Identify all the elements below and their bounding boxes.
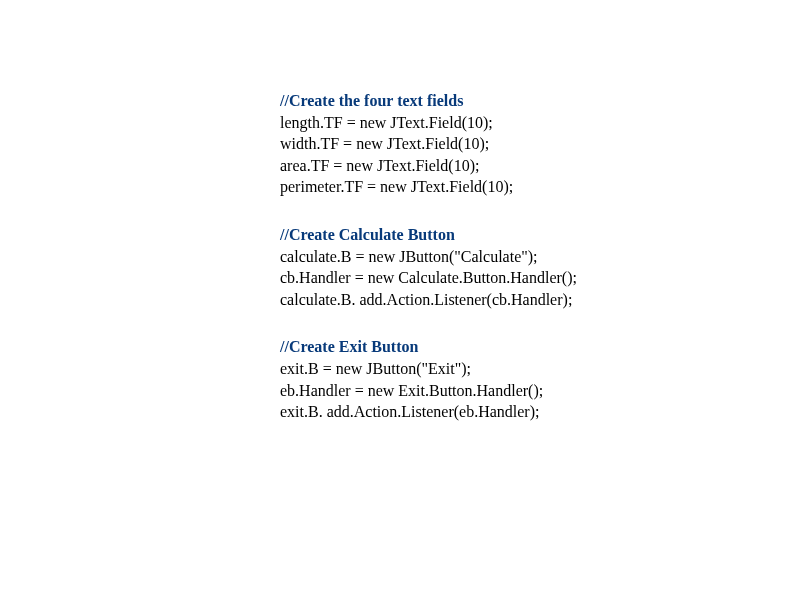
block-calculate-button: //Create Calculate Button calculate.B = … (280, 224, 577, 310)
comment-exit-button: //Create Exit Button (280, 336, 577, 358)
comment-text-fields: //Create the four text fields (280, 90, 577, 112)
code-line: calculate.B. add.Action.Listener(cb.Hand… (280, 289, 577, 311)
block-text-fields: //Create the four text fields length.TF … (280, 90, 577, 198)
code-line: width.TF = new JText.Field(10); (280, 133, 577, 155)
code-line: exit.B = new JButton("Exit"); (280, 358, 577, 380)
code-line: exit.B. add.Action.Listener(eb.Handler); (280, 401, 577, 423)
comment-calculate-button: //Create Calculate Button (280, 224, 577, 246)
code-line: perimeter.TF = new JText.Field(10); (280, 176, 577, 198)
block-exit-button: //Create Exit Button exit.B = new JButto… (280, 336, 577, 422)
code-line: length.TF = new JText.Field(10); (280, 112, 577, 134)
code-snippet: //Create the four text fields length.TF … (280, 90, 577, 449)
code-line: eb.Handler = new Exit.Button.Handler(); (280, 380, 577, 402)
code-line: calculate.B = new JButton("Calculate"); (280, 246, 577, 268)
code-line: area.TF = new JText.Field(10); (280, 155, 577, 177)
code-line: cb.Handler = new Calculate.Button.Handle… (280, 267, 577, 289)
